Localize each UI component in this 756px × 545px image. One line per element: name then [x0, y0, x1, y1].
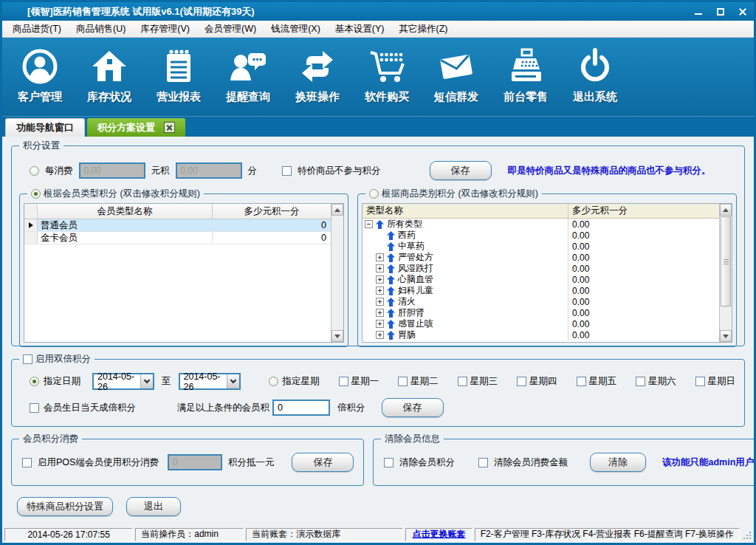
tree-expand-icon[interactable] [376, 309, 384, 317]
category-points-radio[interactable] [369, 189, 379, 199]
toolbar: 客户管理 库存状况 营业报表 [2, 38, 754, 116]
tree-collapse-icon[interactable] [365, 220, 373, 228]
per-consume-radio[interactable] [30, 166, 39, 176]
tree-expand-icon[interactable] [376, 320, 384, 328]
points-tables-row: 根据会员类型积分 (双击修改积分规则) 会员类型名称 多少元积一分 普通会员 [19, 193, 737, 347]
tree-expand-icon[interactable] [376, 298, 384, 306]
clear-member-amount-checkbox[interactable] [478, 458, 488, 467]
tree-row[interactable]: 心脑血管 0.00 [362, 274, 719, 285]
footer-buttons-row: 特殊商品积分设置 退出 [11, 497, 745, 516]
chevron-down-icon[interactable] [227, 374, 239, 388]
tree-expand-icon[interactable] [376, 253, 384, 261]
menu-item-cashflow[interactable]: 钱流管理(X) [264, 23, 328, 35]
member-type-row[interactable]: 普通会员 0 [24, 219, 331, 232]
column-points-per-yuan[interactable]: 多少元积一分 [568, 204, 719, 218]
wednesday-checkbox[interactable] [458, 377, 467, 386]
enable-double-points-checkbox[interactable] [23, 354, 32, 364]
toolbar-item-exit-system[interactable]: 退出系统 [560, 38, 630, 116]
toolbar-item-front-retail[interactable]: 前台零售 [491, 38, 560, 116]
toolbar-item-sms-broadcast[interactable]: 短信群发 [422, 38, 491, 116]
category-scrollbar[interactable] [719, 204, 732, 342]
enable-pos-points-checkbox[interactable] [22, 458, 32, 467]
save-consume-button[interactable]: 保存 [430, 161, 492, 180]
toolbar-item-inventory-status[interactable]: 库存状况 [75, 38, 144, 116]
category-points-title: 根据商品类别积分 (双击修改积分规则) [382, 188, 538, 200]
specify-weekday-radio[interactable] [269, 377, 278, 386]
tree-row[interactable]: 中草药 0.00 [362, 241, 719, 252]
multiplier-input[interactable]: 0 [272, 400, 330, 416]
thursday-checkbox[interactable] [517, 377, 526, 386]
saturday-checkbox[interactable] [636, 377, 645, 386]
column-member-type-name[interactable]: 会员类型名称 [38, 204, 213, 219]
tree-row[interactable]: 严管处方 0.00 [362, 252, 719, 263]
close-icon[interactable] [738, 7, 748, 17]
toolbar-item-customer-mgmt[interactable]: 客户管理 [5, 38, 75, 116]
tree-row-all-types[interactable]: 所有类型 0.00 [362, 219, 719, 230]
minimize-icon[interactable] [693, 7, 704, 17]
tab-close-icon[interactable] [164, 122, 175, 133]
column-category-name[interactable]: 类型名称 [362, 204, 568, 218]
scroll-up-icon[interactable] [720, 204, 732, 216]
specify-date-radio[interactable] [30, 377, 39, 386]
clear-member-title: 清除会员信息 [385, 433, 440, 445]
points-settings-group-title: 积分设置 [19, 140, 63, 152]
menu-item-purchase[interactable]: 商品进货(T) [5, 23, 69, 35]
column-points-per-yuan[interactable]: 多少元积一分 [213, 204, 331, 219]
special-goods-points-button[interactable]: 特殊商品积分设置 [17, 497, 113, 516]
chevron-down-icon[interactable] [140, 374, 153, 388]
tree-expand-icon[interactable] [376, 275, 384, 284]
tree-row[interactable]: 妇科儿童 0.00 [362, 285, 719, 296]
up-arrow-icon [387, 275, 395, 284]
per-consume-label: 每消费 [45, 165, 73, 177]
points-consume-group: 会员积分消费 启用POS端会员使用积分消费 0 积分抵一元 保存 [11, 439, 364, 486]
birthday-double-checkbox[interactable] [30, 403, 39, 413]
member-type-grid-header: 会员类型名称 多少元积一分 [24, 204, 331, 219]
switch-account-link[interactable]: 点击更换账套 [413, 528, 466, 541]
tree-expand-icon[interactable] [376, 331, 384, 339]
tree-row[interactable]: 西药 0.00 [362, 230, 719, 241]
tree-row[interactable]: 胃肠 0.00 [362, 329, 719, 340]
resize-grip[interactable] [742, 529, 752, 540]
toolbar-item-software-purchase[interactable]: 软件购买 [352, 38, 422, 116]
scroll-up-icon[interactable] [331, 204, 343, 216]
tuesday-checkbox[interactable] [398, 377, 408, 386]
date-to-select[interactable]: 2014-05-26 [179, 373, 241, 390]
tree-expand-icon[interactable] [376, 287, 384, 295]
clear-member-points-checkbox[interactable] [384, 458, 394, 467]
menu-item-settings[interactable]: 基本设置(Y) [328, 23, 392, 35]
menu-item-inventory[interactable]: 库存管理(V) [133, 23, 197, 35]
tree-row[interactable]: 感冒止咳 0.00 [362, 318, 719, 329]
tree-row[interactable]: 风湿跌打 0.00 [362, 263, 719, 274]
clear-button[interactable]: 清除 [590, 453, 646, 472]
menu-item-other[interactable]: 其它操作(Z) [391, 23, 455, 35]
menu-item-sales[interactable]: 商品销售(U) [69, 23, 133, 35]
special-goods-checkbox[interactable] [282, 166, 292, 176]
scroll-down-icon[interactable] [331, 330, 343, 342]
toolbar-item-shift-change[interactable]: 换班操作 [283, 38, 352, 116]
date-from-select[interactable]: 2014-05-26 [92, 373, 154, 390]
tab-points-plan-settings[interactable]: 积分方案设置 [87, 118, 185, 137]
toolbar-item-business-report[interactable]: 营业报表 [144, 38, 213, 116]
tab-function-navigation[interactable]: 功能导航窗口 [5, 118, 85, 137]
tree-row[interactable]: 肝胆肾 0.00 [362, 307, 719, 318]
monday-checkbox[interactable] [339, 377, 348, 386]
save-double-points-button[interactable]: 保存 [382, 398, 444, 417]
member-type-points-radio[interactable] [31, 189, 41, 199]
maximize-icon[interactable] [715, 7, 726, 17]
tree-row[interactable]: 清火 0.00 [362, 296, 719, 307]
scroll-thumb[interactable] [721, 216, 731, 306]
member-type-scrollbar[interactable] [331, 204, 343, 342]
friday-checkbox[interactable] [577, 377, 586, 386]
up-arrow-icon [387, 264, 395, 273]
scroll-down-icon[interactable] [720, 330, 732, 342]
toolbar-item-reminder-query[interactable]: 提醒查询 [213, 38, 283, 116]
clear-member-group: 清除会员信息 清除会员积分 清除会员消费金额 清除 该功能只能admin用户操作 [373, 439, 754, 486]
tree-expand-icon[interactable] [376, 264, 384, 272]
member-type-row[interactable]: 金卡会员 0 [24, 232, 331, 244]
menu-item-member[interactable]: 会员管理(W) [197, 23, 264, 35]
up-arrow-icon [376, 220, 384, 229]
sunday-checkbox[interactable] [695, 377, 705, 386]
save-points-consume-button[interactable]: 保存 [292, 453, 354, 472]
exit-button[interactable]: 退出 [126, 497, 181, 516]
tab-bar: 功能导航窗口 积分方案设置 [2, 116, 754, 137]
